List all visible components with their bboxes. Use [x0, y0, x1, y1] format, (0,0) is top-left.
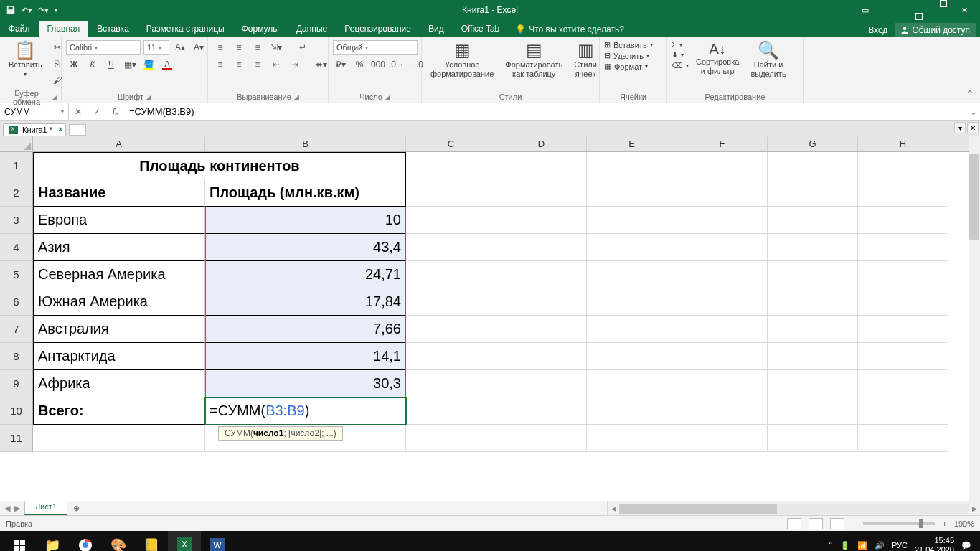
cell[interactable]: Азия: [33, 234, 205, 261]
cell[interactable]: 10: [205, 207, 406, 234]
tab-view[interactable]: Вид: [420, 21, 453, 37]
cell[interactable]: Северная Америка: [33, 261, 205, 288]
cell[interactable]: [858, 261, 948, 288]
align-bottom-button[interactable]: ≡: [250, 40, 265, 55]
page-layout-view-button[interactable]: [809, 518, 823, 529]
active-cell[interactable]: =СУММ(B3:B9): [205, 397, 406, 425]
cell[interactable]: [677, 397, 768, 425]
cell[interactable]: [496, 316, 587, 343]
zoom-slider-knob[interactable]: [919, 519, 923, 528]
number-format-select[interactable]: Общий▾: [333, 40, 418, 55]
battery-icon[interactable]: 🔋: [840, 541, 850, 550]
bold-button[interactable]: Ж: [66, 57, 82, 72]
cell[interactable]: Площадь (млн.кв.км): [205, 179, 406, 207]
cell[interactable]: Африка: [33, 370, 205, 397]
file-explorer-button[interactable]: 📁: [36, 531, 69, 551]
tab-file[interactable]: Файл: [0, 21, 39, 37]
column-header[interactable]: B: [205, 136, 406, 151]
share-button[interactable]: Общий доступ: [895, 23, 976, 37]
cell[interactable]: [858, 179, 948, 207]
cell[interactable]: [587, 179, 677, 207]
cell-styles-button[interactable]: ▥ Стили ячеек: [570, 40, 601, 80]
currency-button[interactable]: ₽▾: [333, 57, 349, 72]
cell[interactable]: [406, 152, 496, 179]
start-button[interactable]: [3, 531, 36, 551]
cell[interactable]: [858, 397, 948, 425]
cells-area[interactable]: Площадь континентовНазваниеПлощадь (млн.…: [33, 152, 969, 501]
cell[interactable]: [768, 261, 858, 288]
cell[interactable]: [496, 397, 587, 425]
increase-decimal-button[interactable]: .0→: [389, 57, 405, 72]
scrollbar-thumb[interactable]: [969, 154, 979, 240]
wrap-text-button[interactable]: ↵: [287, 40, 319, 55]
restore-button[interactable]: [915, 0, 947, 20]
cell[interactable]: [768, 343, 858, 370]
cell[interactable]: [768, 207, 858, 234]
align-center-button[interactable]: ≡: [231, 57, 247, 72]
cell[interactable]: [496, 234, 587, 261]
column-header[interactable]: A: [33, 136, 205, 151]
cell[interactable]: [33, 425, 205, 452]
cell[interactable]: Антарктида: [33, 343, 205, 370]
paste-button[interactable]: 📋 Вставить ▾: [4, 40, 47, 79]
new-workbook-button[interactable]: [69, 124, 86, 136]
undo-icon[interactable]: ↶▾: [22, 6, 32, 15]
row-header[interactable]: 1: [0, 152, 32, 179]
insert-cells-button[interactable]: ⊞Вставить▾: [604, 40, 653, 50]
cell-grid[interactable]: ABCDEFGH 1234567891011 Площадь континент…: [0, 136, 980, 501]
row-header[interactable]: 5: [0, 261, 32, 288]
cell[interactable]: [677, 288, 768, 316]
notifications-icon[interactable]: 💬: [961, 541, 971, 550]
close-workbook-icon[interactable]: ×: [58, 126, 62, 133]
tab-formulas[interactable]: Формулы: [233, 21, 288, 37]
cell[interactable]: Всего:: [33, 397, 205, 425]
wb-tabs-close-icon[interactable]: ✕: [967, 122, 979, 133]
close-button[interactable]: ✕: [948, 0, 980, 20]
cell[interactable]: [677, 152, 768, 179]
cell[interactable]: [587, 261, 677, 288]
clear-button[interactable]: ⌫▾: [672, 61, 689, 70]
save-icon[interactable]: [6, 5, 16, 15]
percent-button[interactable]: %: [352, 57, 367, 72]
row-header[interactable]: 9: [0, 370, 32, 397]
decrease-indent-button[interactable]: ⇤: [268, 57, 284, 72]
column-header[interactable]: E: [587, 136, 677, 151]
signin-link[interactable]: Вход: [868, 25, 887, 35]
cell[interactable]: [496, 343, 587, 370]
cell[interactable]: [496, 207, 587, 234]
cell[interactable]: [858, 152, 948, 179]
tab-data[interactable]: Данные: [288, 21, 336, 37]
cell[interactable]: [496, 261, 587, 288]
number-launcher-icon[interactable]: ◢: [385, 93, 390, 100]
cell[interactable]: [587, 370, 677, 397]
volume-icon[interactable]: 🔊: [875, 541, 885, 550]
cell[interactable]: [406, 343, 496, 370]
cell[interactable]: [587, 425, 677, 452]
cell[interactable]: [406, 261, 496, 288]
align-right-button[interactable]: ≡: [250, 57, 265, 72]
cell[interactable]: [768, 397, 858, 425]
ribbon-options-icon[interactable]: ▭: [849, 0, 881, 20]
cell[interactable]: 30,3: [205, 370, 406, 397]
cell[interactable]: Европа: [33, 207, 205, 234]
app-button[interactable]: 📒: [135, 531, 168, 551]
cell[interactable]: [406, 207, 496, 234]
cell[interactable]: [858, 343, 948, 370]
tab-page-layout[interactable]: Разметка страницы: [138, 21, 233, 37]
font-launcher-icon[interactable]: ◢: [146, 93, 151, 100]
language-indicator[interactable]: РУС: [892, 541, 908, 550]
scroll-right-icon[interactable]: ▶: [969, 505, 980, 512]
cell[interactable]: [677, 370, 768, 397]
row-header[interactable]: 7: [0, 316, 32, 343]
scrollbar-thumb[interactable]: [619, 504, 777, 514]
sheet-tab[interactable]: Лист1: [24, 501, 67, 515]
insert-function-button[interactable]: fₓ: [106, 103, 125, 120]
cell[interactable]: [768, 152, 858, 179]
name-box[interactable]: СУММ ▾: [0, 103, 69, 120]
decrease-font-button[interactable]: A▾: [191, 40, 207, 55]
tab-insert[interactable]: Вставка: [88, 21, 138, 37]
underline-button[interactable]: Ч: [103, 57, 119, 72]
cell[interactable]: [406, 234, 496, 261]
row-header[interactable]: 10: [0, 397, 32, 425]
normal-view-button[interactable]: [787, 518, 801, 529]
